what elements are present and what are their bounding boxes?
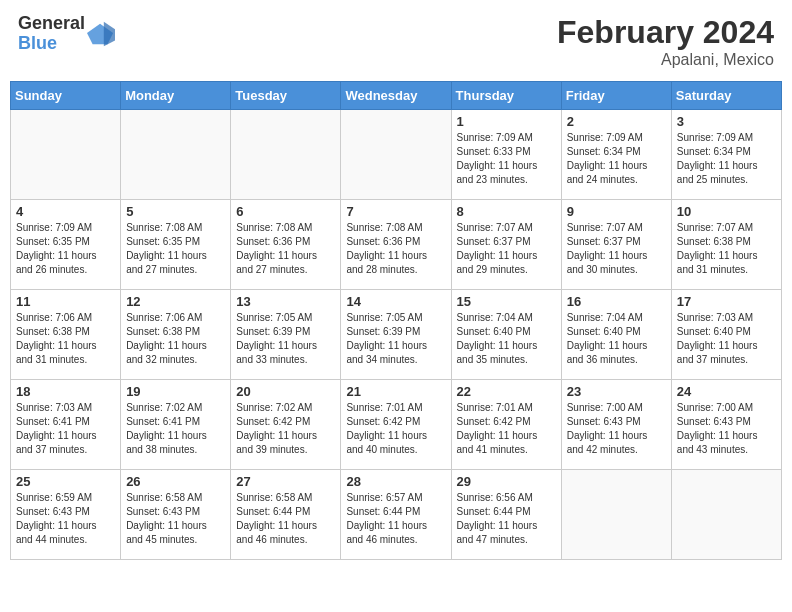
day-number: 25 xyxy=(16,474,115,489)
svg-marker-1 xyxy=(104,22,115,46)
day-of-week-header: Sunday xyxy=(11,82,121,110)
day-info: Sunrise: 7:05 AMSunset: 6:39 PMDaylight:… xyxy=(236,311,335,367)
calendar-cell xyxy=(231,110,341,200)
day-info: Sunrise: 7:05 AMSunset: 6:39 PMDaylight:… xyxy=(346,311,445,367)
calendar-cell: 14Sunrise: 7:05 AMSunset: 6:39 PMDayligh… xyxy=(341,290,451,380)
calendar-cell: 9Sunrise: 7:07 AMSunset: 6:37 PMDaylight… xyxy=(561,200,671,290)
day-of-week-header: Wednesday xyxy=(341,82,451,110)
calendar-cell: 13Sunrise: 7:05 AMSunset: 6:39 PMDayligh… xyxy=(231,290,341,380)
day-number: 3 xyxy=(677,114,776,129)
calendar-header-row: SundayMondayTuesdayWednesdayThursdayFrid… xyxy=(11,82,782,110)
day-number: 15 xyxy=(457,294,556,309)
calendar-cell: 20Sunrise: 7:02 AMSunset: 6:42 PMDayligh… xyxy=(231,380,341,470)
calendar-cell: 2Sunrise: 7:09 AMSunset: 6:34 PMDaylight… xyxy=(561,110,671,200)
calendar-cell: 8Sunrise: 7:07 AMSunset: 6:37 PMDaylight… xyxy=(451,200,561,290)
logo-text: GeneralBlue xyxy=(18,14,85,54)
day-number: 20 xyxy=(236,384,335,399)
calendar-cell: 19Sunrise: 7:02 AMSunset: 6:41 PMDayligh… xyxy=(121,380,231,470)
day-info: Sunrise: 6:58 AMSunset: 6:43 PMDaylight:… xyxy=(126,491,225,547)
day-info: Sunrise: 6:56 AMSunset: 6:44 PMDaylight:… xyxy=(457,491,556,547)
calendar-title: February 2024 xyxy=(557,14,774,51)
calendar-cell xyxy=(11,110,121,200)
calendar-cell xyxy=(561,470,671,560)
day-info: Sunrise: 7:02 AMSunset: 6:42 PMDaylight:… xyxy=(236,401,335,457)
day-number: 19 xyxy=(126,384,225,399)
day-number: 1 xyxy=(457,114,556,129)
calendar-week-row: 1Sunrise: 7:09 AMSunset: 6:33 PMDaylight… xyxy=(11,110,782,200)
day-of-week-header: Tuesday xyxy=(231,82,341,110)
day-number: 27 xyxy=(236,474,335,489)
day-number: 26 xyxy=(126,474,225,489)
calendar-cell: 17Sunrise: 7:03 AMSunset: 6:40 PMDayligh… xyxy=(671,290,781,380)
day-number: 28 xyxy=(346,474,445,489)
day-info: Sunrise: 7:01 AMSunset: 6:42 PMDaylight:… xyxy=(346,401,445,457)
calendar-cell: 29Sunrise: 6:56 AMSunset: 6:44 PMDayligh… xyxy=(451,470,561,560)
day-number: 2 xyxy=(567,114,666,129)
day-info: Sunrise: 7:08 AMSunset: 6:36 PMDaylight:… xyxy=(346,221,445,277)
day-info: Sunrise: 7:03 AMSunset: 6:41 PMDaylight:… xyxy=(16,401,115,457)
day-info: Sunrise: 7:07 AMSunset: 6:37 PMDaylight:… xyxy=(457,221,556,277)
day-number: 24 xyxy=(677,384,776,399)
day-info: Sunrise: 7:07 AMSunset: 6:37 PMDaylight:… xyxy=(567,221,666,277)
calendar-cell: 12Sunrise: 7:06 AMSunset: 6:38 PMDayligh… xyxy=(121,290,231,380)
day-info: Sunrise: 7:09 AMSunset: 6:34 PMDaylight:… xyxy=(677,131,776,187)
calendar-week-row: 18Sunrise: 7:03 AMSunset: 6:41 PMDayligh… xyxy=(11,380,782,470)
calendar-cell: 11Sunrise: 7:06 AMSunset: 6:38 PMDayligh… xyxy=(11,290,121,380)
calendar-cell: 16Sunrise: 7:04 AMSunset: 6:40 PMDayligh… xyxy=(561,290,671,380)
day-number: 23 xyxy=(567,384,666,399)
day-info: Sunrise: 7:04 AMSunset: 6:40 PMDaylight:… xyxy=(457,311,556,367)
calendar-cell: 24Sunrise: 7:00 AMSunset: 6:43 PMDayligh… xyxy=(671,380,781,470)
calendar-cell: 21Sunrise: 7:01 AMSunset: 6:42 PMDayligh… xyxy=(341,380,451,470)
day-number: 17 xyxy=(677,294,776,309)
day-info: Sunrise: 7:00 AMSunset: 6:43 PMDaylight:… xyxy=(677,401,776,457)
day-info: Sunrise: 7:09 AMSunset: 6:35 PMDaylight:… xyxy=(16,221,115,277)
day-info: Sunrise: 7:08 AMSunset: 6:36 PMDaylight:… xyxy=(236,221,335,277)
logo: GeneralBlue xyxy=(18,14,115,54)
day-info: Sunrise: 6:57 AMSunset: 6:44 PMDaylight:… xyxy=(346,491,445,547)
calendar-week-row: 11Sunrise: 7:06 AMSunset: 6:38 PMDayligh… xyxy=(11,290,782,380)
calendar-cell: 10Sunrise: 7:07 AMSunset: 6:38 PMDayligh… xyxy=(671,200,781,290)
day-number: 18 xyxy=(16,384,115,399)
day-of-week-header: Monday xyxy=(121,82,231,110)
day-info: Sunrise: 7:09 AMSunset: 6:34 PMDaylight:… xyxy=(567,131,666,187)
calendar-cell: 1Sunrise: 7:09 AMSunset: 6:33 PMDaylight… xyxy=(451,110,561,200)
day-info: Sunrise: 7:01 AMSunset: 6:42 PMDaylight:… xyxy=(457,401,556,457)
calendar-week-row: 4Sunrise: 7:09 AMSunset: 6:35 PMDaylight… xyxy=(11,200,782,290)
calendar-cell xyxy=(341,110,451,200)
day-info: Sunrise: 7:02 AMSunset: 6:41 PMDaylight:… xyxy=(126,401,225,457)
calendar-subtitle: Apalani, Mexico xyxy=(557,51,774,69)
day-info: Sunrise: 7:07 AMSunset: 6:38 PMDaylight:… xyxy=(677,221,776,277)
day-info: Sunrise: 7:09 AMSunset: 6:33 PMDaylight:… xyxy=(457,131,556,187)
calendar-cell: 18Sunrise: 7:03 AMSunset: 6:41 PMDayligh… xyxy=(11,380,121,470)
calendar-cell: 27Sunrise: 6:58 AMSunset: 6:44 PMDayligh… xyxy=(231,470,341,560)
calendar-cell: 22Sunrise: 7:01 AMSunset: 6:42 PMDayligh… xyxy=(451,380,561,470)
day-number: 29 xyxy=(457,474,556,489)
day-info: Sunrise: 7:06 AMSunset: 6:38 PMDaylight:… xyxy=(126,311,225,367)
day-number: 10 xyxy=(677,204,776,219)
day-info: Sunrise: 7:03 AMSunset: 6:40 PMDaylight:… xyxy=(677,311,776,367)
calendar-cell: 15Sunrise: 7:04 AMSunset: 6:40 PMDayligh… xyxy=(451,290,561,380)
day-info: Sunrise: 6:59 AMSunset: 6:43 PMDaylight:… xyxy=(16,491,115,547)
day-of-week-header: Friday xyxy=(561,82,671,110)
day-number: 11 xyxy=(16,294,115,309)
day-number: 6 xyxy=(236,204,335,219)
calendar-cell xyxy=(121,110,231,200)
day-number: 7 xyxy=(346,204,445,219)
page-header: GeneralBlue February 2024 Apalani, Mexic… xyxy=(10,10,782,73)
day-info: Sunrise: 7:08 AMSunset: 6:35 PMDaylight:… xyxy=(126,221,225,277)
calendar-week-row: 25Sunrise: 6:59 AMSunset: 6:43 PMDayligh… xyxy=(11,470,782,560)
day-number: 12 xyxy=(126,294,225,309)
day-number: 22 xyxy=(457,384,556,399)
calendar-cell: 4Sunrise: 7:09 AMSunset: 6:35 PMDaylight… xyxy=(11,200,121,290)
calendar-cell: 5Sunrise: 7:08 AMSunset: 6:35 PMDaylight… xyxy=(121,200,231,290)
calendar-cell: 25Sunrise: 6:59 AMSunset: 6:43 PMDayligh… xyxy=(11,470,121,560)
calendar-table: SundayMondayTuesdayWednesdayThursdayFrid… xyxy=(10,81,782,560)
day-number: 14 xyxy=(346,294,445,309)
calendar-cell: 6Sunrise: 7:08 AMSunset: 6:36 PMDaylight… xyxy=(231,200,341,290)
day-of-week-header: Thursday xyxy=(451,82,561,110)
calendar-cell xyxy=(671,470,781,560)
day-info: Sunrise: 6:58 AMSunset: 6:44 PMDaylight:… xyxy=(236,491,335,547)
day-number: 21 xyxy=(346,384,445,399)
calendar-cell: 23Sunrise: 7:00 AMSunset: 6:43 PMDayligh… xyxy=(561,380,671,470)
title-block: February 2024 Apalani, Mexico xyxy=(557,14,774,69)
